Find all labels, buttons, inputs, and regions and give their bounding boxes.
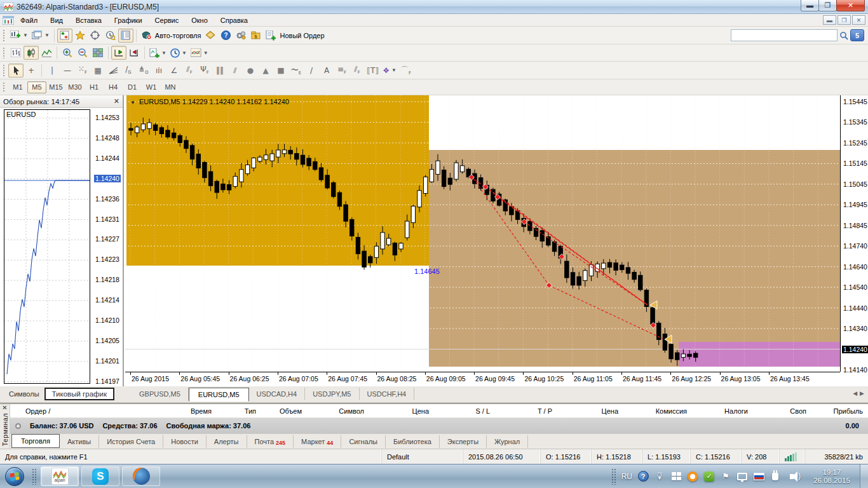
toolbar-grip[interactable] [3, 82, 6, 93]
chart-tab[interactable]: EURUSD,M5 [189, 388, 249, 402]
chart-close-button[interactable]: ✕ [852, 15, 865, 25]
toolbar-grip[interactable] [3, 29, 6, 41]
menu-item[interactable]: Сервис [149, 15, 186, 25]
new-order-button[interactable]: Новый Ордер [264, 29, 326, 43]
terminal-tab[interactable]: История Счета [99, 435, 163, 448]
fibo-expansion-button[interactable]: ⌒F [398, 64, 414, 78]
tile-windows-button[interactable] [90, 46, 105, 60]
parallel-channel-button[interactable]: ⫽ [227, 64, 243, 78]
cycle-lines-button[interactable]: ‖‖ [212, 64, 227, 78]
show-desktop-button[interactable] [860, 464, 868, 488]
orders-column-header[interactable]: Налоги [692, 404, 753, 417]
data-window-button[interactable] [88, 29, 103, 43]
toolbar-grip[interactable] [3, 64, 6, 76]
fibo-levels-button[interactable]: ≡F [334, 64, 349, 78]
help-button[interactable]: ? [218, 29, 233, 43]
templates-button[interactable]: ▼ [189, 46, 210, 60]
taskbar-app-firefox[interactable] [122, 466, 160, 486]
cursor-button[interactable] [8, 64, 24, 78]
fibo-line-button[interactable]: ⫽F [182, 64, 197, 78]
timeframe-button[interactable]: H4 [104, 81, 123, 93]
fibo-fan-button[interactable] [105, 64, 121, 78]
power-plug-icon[interactable] [769, 470, 782, 483]
time-axis[interactable]: 26 Aug 201526 Aug 05:4526 Aug 06:2526 Au… [125, 372, 840, 386]
menu-item[interactable]: Справка [214, 15, 254, 25]
terminal-tab[interactable]: Новости [163, 435, 207, 448]
bar-chart-button[interactable] [8, 46, 24, 60]
market-button[interactable]: $ [248, 29, 264, 43]
indicators-button[interactable]: ▼ [147, 46, 168, 60]
trendline-button[interactable]: / [304, 64, 319, 78]
arrow-objects-button[interactable]: ❖▼ [381, 64, 398, 78]
profiles-button[interactable]: ▼ [30, 29, 51, 43]
elliott-wave-button[interactable]: 〜E [288, 64, 304, 78]
orders-column-header[interactable]: Своп [753, 404, 811, 417]
history-center-button[interactable] [103, 29, 118, 43]
orders-column-header[interactable]: Ордер / [10, 404, 144, 417]
terminal-tab[interactable]: Сигналы [341, 435, 386, 448]
menu-item[interactable]: Графики [108, 15, 149, 25]
taskbar-app-skype[interactable]: S [81, 466, 119, 486]
avira-icon[interactable] [686, 470, 699, 483]
rectangle-button[interactable]: ■ [273, 64, 288, 78]
candlestick-chart[interactable] [125, 95, 840, 372]
taskbar-clock[interactable]: 19:17 26.08.2015 [806, 468, 857, 485]
tray-expand-icon[interactable]: ❐▼ [653, 470, 666, 483]
chart-tab[interactable]: USDCAD,H4 [249, 388, 306, 400]
menu-item[interactable]: Файл [14, 15, 44, 25]
line-chart-button[interactable] [39, 46, 54, 60]
fibo-retracement-button[interactable]: ⁙F [75, 64, 90, 78]
gann-fan-button[interactable]: ⋔D [136, 64, 151, 78]
orders-column-header[interactable]: Цена [557, 404, 623, 417]
text-label-button[interactable]: ⟦T⟧ [365, 64, 381, 78]
network-icon[interactable] [736, 470, 749, 483]
terminal-tab[interactable]: Журнал [487, 435, 528, 448]
terminal-tab[interactable]: Торговля [11, 434, 60, 448]
timeframe-button[interactable]: H1 [85, 81, 104, 93]
price-scale[interactable]: 1.154451.153451.152451.151451.150451.149… [840, 95, 868, 372]
timeframe-button[interactable]: M15 [46, 81, 65, 93]
antivirus-ok-icon[interactable]: ✓ [703, 470, 715, 483]
timeframe-button[interactable]: M5 [27, 81, 46, 93]
toolbar-grip[interactable] [3, 47, 6, 58]
orders-column-header[interactable]: Тип [217, 404, 261, 417]
timeframe-button[interactable]: W1 [142, 81, 161, 93]
horizontal-line-button[interactable]: — [60, 64, 75, 78]
fibo-arc-button[interactable]: ΨF [197, 64, 212, 78]
menu-item[interactable]: Окно [185, 15, 214, 25]
notifications-badge[interactable]: 5 [850, 29, 864, 41]
menu-item[interactable]: Вставка [69, 15, 108, 25]
menu-item[interactable]: Вид [44, 15, 69, 25]
gann-line-button[interactable]: /G [121, 64, 136, 78]
taskbar-app-alpari[interactable]: alpari [41, 466, 79, 486]
timeframe-button[interactable]: M30 [65, 81, 85, 93]
triangle-button[interactable]: ▲ [258, 64, 273, 78]
start-button[interactable] [0, 464, 29, 488]
gann-grid-button[interactable]: ıı̇ı [151, 64, 166, 78]
zoom-in-button[interactable] [60, 46, 75, 60]
auto-scroll-button[interactable] [111, 46, 126, 60]
market-watch-tab[interactable]: Тиковый график [44, 388, 114, 400]
search-icon[interactable] [837, 29, 850, 41]
chart-tab[interactable]: USDJPY,M5 [305, 388, 359, 400]
candlestick-chart-button[interactable] [24, 46, 39, 60]
orders-column-header[interactable]: Объем [261, 404, 307, 417]
terminal-tab[interactable]: Почта245 [247, 435, 294, 448]
tabs-scroll-left-icon[interactable]: ◀ [853, 390, 857, 396]
minimize-button[interactable]: ▬ [801, 0, 819, 11]
zoom-out-button[interactable] [75, 46, 90, 60]
timeframe-button[interactable]: D1 [123, 81, 142, 93]
flag-icon[interactable]: ⚑ [719, 470, 732, 483]
ellipse-button[interactable]: ● [243, 64, 258, 78]
market-watch-tab[interactable]: Символы [4, 388, 44, 400]
terminal-tab[interactable]: Активы [60, 435, 99, 448]
crosshair-button[interactable]: + [24, 64, 39, 78]
market-watch-button[interactable] [57, 29, 72, 43]
timeframe-button[interactable]: M1 [8, 81, 27, 93]
chart-tab[interactable]: USDCHF,H4 [360, 388, 415, 400]
angle-line-button[interactable]: ∠ [166, 64, 182, 78]
periods-button[interactable]: ▼ [168, 46, 189, 60]
chart-minimize-button[interactable]: ▬ [823, 15, 836, 25]
chevron-down-icon[interactable]: ▼ [130, 100, 135, 105]
status-profile[interactable]: Default [381, 449, 463, 464]
